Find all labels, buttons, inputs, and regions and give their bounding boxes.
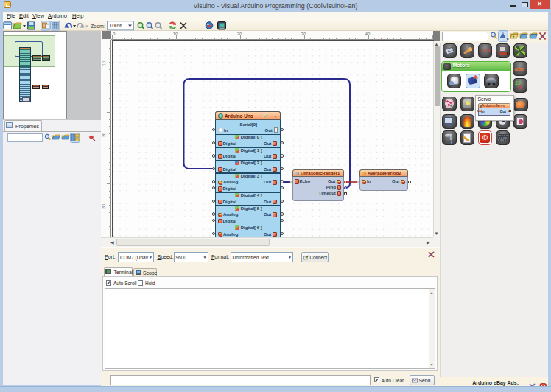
svg-text:Zoom:: Zoom: (91, 24, 105, 29)
svg-text:100%: 100% (110, 23, 122, 28)
svg-text:+: + (513, 34, 515, 38)
